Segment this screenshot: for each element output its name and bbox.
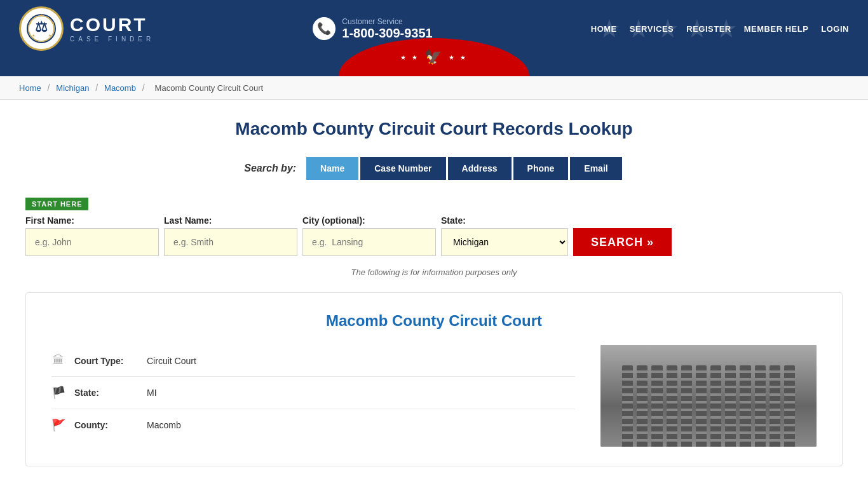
stripe: [637, 365, 648, 447]
court-info-title: Macomb County Circuit Court: [51, 312, 817, 330]
customer-service-area: 📞 Customer Service 1-800-309-9351: [313, 17, 432, 41]
start-here-badge: START HERE: [25, 198, 88, 210]
building-graphic: [600, 345, 817, 447]
city-input[interactable]: [302, 228, 436, 256]
city-group: City (optional):: [302, 215, 436, 256]
court-building-image: [600, 345, 817, 447]
logo-text: COURT CASE FINDER: [70, 15, 154, 43]
breadcrumb-home[interactable]: Home: [19, 83, 41, 93]
building-icon: 🏛: [51, 354, 65, 367]
swoosh-banner: ★ ★ 🦅 ★ ★: [0, 57, 868, 76]
nav-home[interactable]: HOME: [591, 24, 617, 34]
search-button[interactable]: SEARCH »: [573, 228, 672, 256]
main-nav: HOME SERVICES REGISTER MEMBER HELP LOGIN: [591, 24, 849, 34]
stripe: [755, 365, 766, 447]
page-title: Macomb County Circuit Court Records Look…: [25, 119, 843, 139]
svg-text:★: ★: [51, 21, 55, 25]
stripe: [725, 365, 736, 447]
stripe: [651, 365, 662, 447]
court-info-box: Macomb County Circuit Court 🏛 Court Type…: [25, 292, 843, 466]
court-type-value: Circuit Court: [147, 356, 196, 366]
eagle-icon: 🦅: [424, 49, 444, 65]
state-label: State:: [441, 215, 568, 226]
stripe: [740, 365, 750, 447]
stripe: [770, 365, 780, 447]
tab-email[interactable]: Email: [570, 157, 621, 180]
customer-service-info: Customer Service 1-800-309-9351: [342, 17, 432, 41]
breadcrumb-sep-2: /: [95, 83, 100, 93]
stars-right: ★ ★: [449, 54, 468, 61]
county-label-row: County:: [74, 420, 138, 430]
table-row: 🚩 County: Macomb: [51, 409, 575, 441]
city-label: City (optional):: [302, 215, 436, 226]
logo-area: ⚖ ★ ★ ★ ★ ★ COURT CASE FINDER: [19, 6, 154, 51]
nav-register[interactable]: REGISTER: [686, 24, 731, 34]
disclaimer-text: The following is for information purpose…: [25, 268, 843, 277]
breadcrumb-sep-3: /: [142, 83, 147, 93]
stripe: [622, 365, 633, 447]
nav-services[interactable]: SERVICES: [630, 24, 674, 34]
logo-court-label: COURT: [70, 15, 154, 34]
svg-text:★: ★: [48, 34, 51, 37]
nav-login[interactable]: LOGIN: [821, 24, 849, 34]
first-name-input[interactable]: [25, 228, 159, 256]
nav-member-help[interactable]: MEMBER HELP: [744, 24, 809, 34]
state-select[interactable]: Michigan Alabama Alaska Arizona Californ…: [441, 228, 568, 256]
stripe: [710, 365, 721, 447]
logo-circle: ⚖ ★ ★ ★ ★ ★: [19, 6, 64, 51]
stripe: [784, 365, 795, 447]
eagle-area: ★ ★ 🦅 ★ ★: [400, 49, 468, 65]
court-type-label: Court Type:: [74, 356, 138, 366]
table-row: 🏛 Court Type: Circuit Court: [51, 345, 575, 377]
search-by-label: Search by:: [244, 163, 296, 174]
state-label-row: State:: [74, 388, 138, 398]
search-by-row: Search by: Name Case Number Address Phon…: [25, 157, 843, 180]
stripe: [681, 365, 692, 447]
svg-text:★: ★: [40, 13, 43, 17]
state-value: MI: [147, 388, 157, 398]
building-stripes: [622, 365, 795, 447]
svg-text:★: ★: [29, 21, 32, 25]
first-name-label: First Name:: [25, 215, 159, 226]
stripe: [696, 365, 707, 447]
stripe: [667, 365, 677, 447]
state-group: State: Michigan Alabama Alaska Arizona C…: [441, 215, 568, 256]
breadcrumb-michigan[interactable]: Michigan: [56, 83, 89, 93]
breadcrumb-current: Macomb County Circuit Court: [155, 83, 264, 93]
tab-address[interactable]: Address: [448, 157, 512, 180]
tab-case-number[interactable]: Case Number: [360, 157, 445, 180]
tab-name[interactable]: Name: [306, 157, 358, 180]
breadcrumb-sep-1: /: [48, 83, 53, 93]
main-content: Macomb County Circuit Court Records Look…: [0, 100, 868, 485]
state-flag-icon: 🏴: [51, 386, 65, 400]
first-name-group: First Name:: [25, 215, 159, 256]
county-flag-icon: 🚩: [51, 418, 65, 432]
logo-finder-label: CASE FINDER: [70, 36, 154, 43]
tab-phone[interactable]: Phone: [513, 157, 569, 180]
last-name-group: Last Name:: [164, 215, 297, 256]
county-value: Macomb: [147, 420, 181, 430]
last-name-label: Last Name:: [164, 215, 297, 226]
table-row: 🏴 State: MI: [51, 377, 575, 409]
customer-service-label: Customer Service: [342, 17, 432, 26]
breadcrumb-bar: Home / Michigan / Macomb / Macomb County…: [0, 76, 868, 100]
stars-left: ★ ★: [400, 54, 419, 61]
search-form-row: First Name: Last Name: City (optional): …: [25, 215, 843, 256]
court-info-details: 🏛 Court Type: Circuit Court 🏴 State: MI …: [51, 345, 575, 447]
last-name-input[interactable]: [164, 228, 297, 256]
phone-icon: 📞: [313, 17, 336, 40]
svg-text:⚖: ⚖: [35, 19, 48, 35]
svg-text:★: ★: [32, 34, 35, 37]
search-form-section: START HERE First Name: Last Name: City (…: [25, 191, 843, 256]
breadcrumb-macomb[interactable]: Macomb: [104, 83, 136, 93]
court-info-content: 🏛 Court Type: Circuit Court 🏴 State: MI …: [51, 345, 817, 447]
